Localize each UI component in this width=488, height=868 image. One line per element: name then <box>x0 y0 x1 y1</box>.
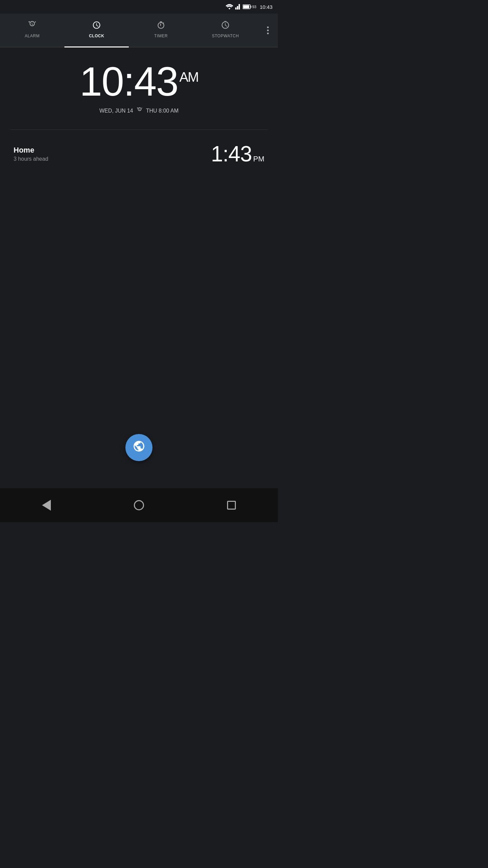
fab-container <box>125 434 152 461</box>
next-alarm: THU 8:00 AM <box>146 108 179 114</box>
svg-marker-0 <box>235 7 237 9</box>
current-date: WED, JUN 14 <box>99 108 133 114</box>
tab-clock[interactable]: CLOCK <box>64 14 129 47</box>
globe-icon <box>133 440 145 455</box>
world-clock-info: Home 3 hours ahead <box>14 146 48 162</box>
tab-bar: ALARM CLOCK TIMER STOPWATCH <box>0 14 278 47</box>
alarm-indicator-icon <box>137 107 143 115</box>
svg-marker-2 <box>239 4 240 9</box>
back-icon <box>42 500 51 511</box>
battery-indicator: 93 <box>243 4 256 9</box>
more-dots-icon <box>267 26 269 34</box>
section-divider <box>10 130 268 130</box>
tab-alarm[interactable]: ALARM <box>0 14 64 47</box>
status-bar: 93 10:43 <box>0 0 278 14</box>
current-time-section: 10:43AM WED, JUN 14 THU 8:00 AM <box>0 47 278 121</box>
status-icons: 93 10:43 <box>226 4 272 10</box>
main-time-display: 10:43AM <box>14 61 264 102</box>
status-time: 10:43 <box>260 4 272 10</box>
wifi-icon <box>226 4 233 9</box>
world-time-ampm: PM <box>253 155 264 163</box>
home-icon <box>134 500 144 510</box>
more-menu-button[interactable] <box>258 14 278 47</box>
nav-back-button[interactable] <box>36 495 57 515</box>
tab-alarm-label: ALARM <box>25 34 40 38</box>
world-clock-entry-home: Home 3 hours ahead 1:43 PM <box>0 138 278 177</box>
add-world-clock-button[interactable] <box>125 434 152 461</box>
tab-stopwatch[interactable]: STOPWATCH <box>193 14 258 47</box>
clock-icon <box>92 21 101 32</box>
nav-recent-button[interactable] <box>221 495 242 515</box>
main-content: 10:43AM WED, JUN 14 THU 8:00 AM Home 3 h… <box>0 47 278 177</box>
tab-timer-label: TIMER <box>154 34 168 38</box>
world-clock-time: 1:43 PM <box>211 141 264 166</box>
nav-home-button[interactable] <box>129 495 149 515</box>
stopwatch-icon <box>221 21 230 32</box>
tab-clock-label: CLOCK <box>89 34 104 38</box>
timer-icon <box>157 21 165 32</box>
main-time-ampm: AM <box>179 70 198 84</box>
alarm-icon <box>28 21 37 32</box>
main-time-value: 10:43 <box>80 59 178 104</box>
svg-rect-5 <box>243 5 249 8</box>
tab-stopwatch-label: STOPWATCH <box>212 34 239 38</box>
tab-timer[interactable]: TIMER <box>129 14 193 47</box>
world-time-value: 1:43 <box>211 141 252 166</box>
nav-bar <box>0 488 278 522</box>
city-name: Home <box>14 146 48 155</box>
battery-level: 93 <box>252 5 256 9</box>
recent-icon <box>227 501 236 510</box>
signal-icon <box>235 4 241 9</box>
date-alarm-row: WED, JUN 14 THU 8:00 AM <box>14 107 264 115</box>
svg-rect-4 <box>251 6 251 8</box>
time-difference: 3 hours ahead <box>14 156 48 162</box>
svg-marker-1 <box>237 6 238 9</box>
